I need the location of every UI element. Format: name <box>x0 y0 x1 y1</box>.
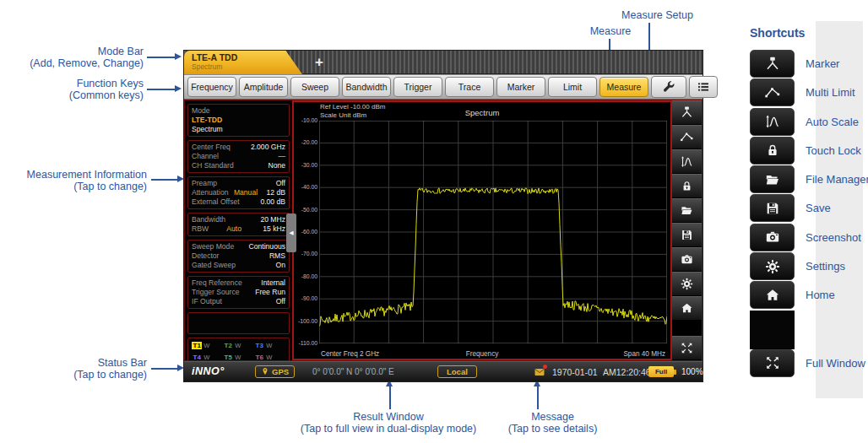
measurement-info-panel[interactable]: ModeLTE-TDDSpectrumCenter Freq2.000 GHzC… <box>185 100 292 360</box>
info-box-frequency[interactable]: Center Freq2.000 GHzChannel—CH StandardN… <box>187 140 290 173</box>
info-label: Preamp <box>192 179 217 188</box>
info-value: Off <box>273 297 285 306</box>
panel-collapse-handle[interactable]: ◀ <box>286 213 296 252</box>
shortcuts-title: Shortcuts <box>750 26 805 40</box>
spectrum-plot[interactable] <box>319 121 667 343</box>
marker-icon <box>764 56 781 73</box>
wrench-icon <box>661 79 676 95</box>
info-value: Continuous <box>246 242 285 251</box>
info-box-trigger[interactable]: Freq ReferenceInternalTrigger SourceFree… <box>187 276 290 309</box>
status-bar[interactable]: iNNO° GPS 0° 0'0.0" N 0° 0'0.0" E Local … <box>184 361 703 381</box>
gps-badge[interactable]: GPS <box>255 365 295 378</box>
y-axis-tick: -90.00 <box>295 295 317 301</box>
info-box-mode[interactable]: ModeLTE-TDDSpectrum <box>187 104 290 137</box>
info-box-sweep[interactable]: Sweep ModeContinuousDetectorRMSGated Swe… <box>187 240 290 273</box>
function-key-sweep[interactable]: Sweep <box>290 77 339 97</box>
shortcut-multi-limit-button[interactable] <box>750 78 795 106</box>
shortcut-touch-lock-button[interactable] <box>750 137 795 165</box>
annotation-message: Message(Tap to see details) <box>483 411 622 435</box>
shortcut-auto-scale-button[interactable] <box>750 108 795 136</box>
info-value: 15 kHz <box>259 224 285 234</box>
info-label: Center Freq <box>192 143 231 152</box>
sidebar-screenshot-button[interactable] <box>672 247 702 272</box>
info-value: On <box>273 261 285 270</box>
function-key-marker[interactable]: Marker <box>496 77 545 97</box>
shortcut-label: File Manager <box>806 173 868 186</box>
touch-lock-icon <box>764 142 781 159</box>
shortcut-row-touch-lock: Touch Lock <box>750 137 868 165</box>
menu-button[interactable] <box>689 76 718 98</box>
shortcut-label: Auto Scale <box>806 116 859 128</box>
info-row: RBWAuto15 kHz <box>192 224 285 234</box>
status-date: 1970-01-01 <box>552 367 598 377</box>
shortcut-file-manager-button[interactable] <box>750 165 795 193</box>
info-box-empty[interactable] <box>187 312 290 334</box>
sidebar-auto-scale-button[interactable] <box>672 149 702 174</box>
info-box-bandwidth[interactable]: Bandwidth20 MHzRBWAuto15 kHz <box>187 213 290 236</box>
trace-id: T6 <box>254 354 264 361</box>
sidebar-full-window-button[interactable] <box>672 336 702 360</box>
settings-icon <box>764 258 781 275</box>
function-key-measure[interactable]: Measure <box>599 77 648 97</box>
function-key-amplitude[interactable]: Amplitude <box>239 77 288 97</box>
trace-id: T4 <box>192 354 202 361</box>
y-axis-tick: -100.00 <box>295 318 317 324</box>
shortcut-save-button[interactable] <box>750 194 795 222</box>
sidebar-file-manager-button[interactable] <box>672 198 702 223</box>
shortcut-label: Screenshot <box>806 231 861 244</box>
info-value: Free Run <box>252 288 285 297</box>
gps-pin-icon <box>261 367 269 375</box>
shortcut-label: Touch Lock <box>806 144 861 157</box>
info-label: CH Standard <box>192 161 234 170</box>
trace-chip-t2[interactable]: T2W <box>223 341 254 350</box>
info-row: DetectorRMS <box>192 251 285 261</box>
shortcut-label: Marker <box>806 57 839 70</box>
save-icon <box>680 228 694 242</box>
shortcut-screenshot-button[interactable] <box>750 224 795 251</box>
info-row: Bandwidth20 MHz <box>192 215 285 224</box>
mode-tab-lte-a-tdd[interactable]: LTE-A TDD Spectrum <box>184 51 302 74</box>
sidebar-multi-limit-button[interactable] <box>672 125 702 149</box>
arrow-result-window <box>389 386 391 409</box>
sidebar-home-button[interactable] <box>672 296 702 321</box>
sidebar-settings-button[interactable] <box>672 272 702 296</box>
sidebar-marker-button[interactable] <box>672 100 702 125</box>
sidebar-save-button[interactable] <box>672 223 702 247</box>
quick-icon-strip <box>672 100 702 360</box>
info-row: External Offset0.00 dB <box>192 197 285 207</box>
shortcut-row-marker: Marker <box>750 50 868 78</box>
function-key-limit[interactable]: Limit <box>548 77 597 97</box>
shortcut-marker-button[interactable] <box>750 50 795 78</box>
shortcut-settings-button[interactable] <box>750 252 795 280</box>
function-key-trigger[interactable]: Trigger <box>393 77 442 97</box>
arrow-status-bar <box>151 368 178 370</box>
function-key-frequency[interactable]: Frequency <box>187 77 236 97</box>
info-label: Trigger Source <box>192 288 240 297</box>
arrow-mode-bar <box>147 57 176 58</box>
measure-setup-button[interactable] <box>651 76 686 98</box>
local-badge[interactable]: Local <box>437 365 477 378</box>
multi-limit-icon <box>680 130 694 144</box>
info-label: Detector <box>192 251 219 261</box>
full-window-icon <box>764 354 781 371</box>
shortcut-home-button[interactable] <box>750 281 795 309</box>
function-key-trace[interactable]: Trace <box>445 77 494 97</box>
file-manager-icon <box>764 171 781 188</box>
screenshot-icon <box>680 252 694 267</box>
trace-chip-t3[interactable]: T3W <box>254 341 285 350</box>
y-axis-tick: -60.00 <box>295 229 317 235</box>
function-key-bar: FrequencyAmplitudeSweepBandwidthTriggerT… <box>184 74 703 100</box>
sidebar-touch-lock-button[interactable] <box>672 174 702 198</box>
info-value: Off <box>273 179 285 188</box>
shortcut-full-window-button[interactable] <box>750 349 795 377</box>
function-key-bandwidth[interactable]: Bandwidth <box>342 77 391 97</box>
auto-scale-icon <box>680 154 694 169</box>
y-axis-tick: -10.00 <box>295 117 317 123</box>
shortcut-row-auto-scale: Auto Scale <box>750 108 868 136</box>
trace-chip-t1[interactable]: T1W <box>192 341 223 350</box>
add-mode-button[interactable]: + <box>309 52 329 73</box>
message-indicator[interactable] <box>534 366 545 378</box>
result-window[interactable]: Ref Level -10.00 dBm Scale Unit dBm Spec… <box>292 100 672 360</box>
info-box-amplitude[interactable]: PreampOffAttenuationManual12 dBExternal … <box>187 176 290 209</box>
shortcut-row-settings: Settings <box>750 252 868 280</box>
